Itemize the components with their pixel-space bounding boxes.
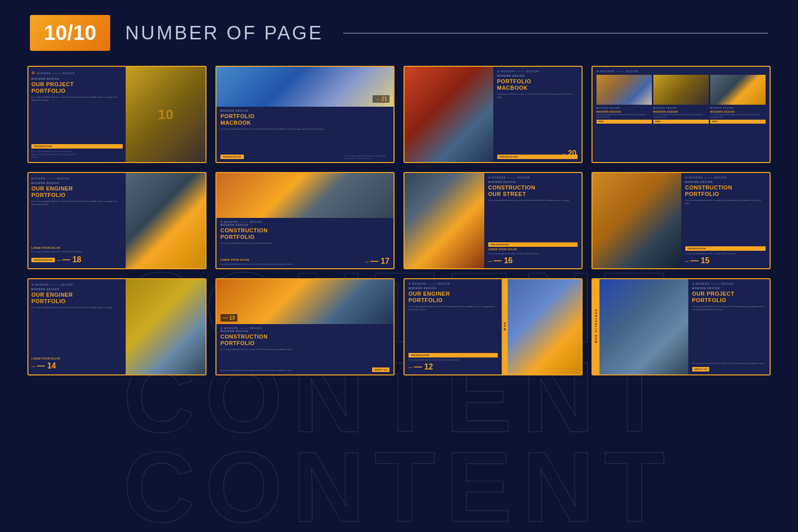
slide-7-lorem: LOREM IPSUM DOLOR: [488, 248, 578, 251]
slides-grid: MODERN ——— DESIGN MODERN DESIGN OUR PROJ…: [0, 61, 798, 385]
slide-12-small: It is a long established fact that a rea…: [692, 362, 766, 365]
watermark-line-3: CONTENT: [0, 442, 798, 532]
slide-12-tag1[interactable]: ABOUT US: [692, 367, 710, 371]
slide-5-tag: PRESENTATION: [31, 258, 55, 262]
slide-12[interactable]: PORTFOLIO NOW ⚙ MODERN ——— DESIGN MODERN…: [592, 278, 771, 375]
slide-1-title: OUR PROJECTPORTFOLIO: [31, 81, 123, 94]
slide-6-category: MODERN DESIGN: [220, 223, 390, 226]
slide-7-category: MODERN DESIGN: [488, 180, 578, 183]
slide-6-number: — 17: [365, 257, 390, 266]
slide-5-number: — 18: [57, 255, 81, 264]
slide-11-body: It is a long established fact that a rea…: [408, 305, 498, 311]
slide-1-tag: PRESENTATION: [31, 144, 123, 149]
slide-4-desc-1: It is a long established fact that a rea…: [597, 114, 652, 118]
slide-9-category: MODERN DESIGN: [31, 288, 123, 291]
slide-2-title: PORTFOLIOMACBOOK: [220, 113, 390, 126]
slide-2-category: MODERN DESIGN: [220, 109, 390, 112]
slide-5-category: MODERN DESIGN: [31, 181, 123, 184]
slide-5-header: MODERN ——— DESIGN: [31, 177, 123, 180]
slide-7-small: It is a long established fact that a rea…: [488, 252, 578, 255]
slide-10-small: It is a long established fact that a rea…: [220, 369, 293, 372]
slide-6-small: It is a long established fact that a rea…: [220, 263, 293, 266]
slide-3-category: MODERN DESIGN: [497, 74, 578, 77]
slide-3-header: ⚙MODERN ——— DESIGN: [497, 70, 578, 73]
slide-10-category: MODERN DESIGN: [220, 330, 390, 333]
slide-10-tag[interactable]: ABOUT US: [372, 367, 390, 372]
header-title: NUMBER OF PAGE: [125, 22, 323, 44]
slide-2[interactable]: → 21 MODERN DESIGN PORTFOLIOMACBOOK It i…: [215, 66, 395, 163]
header-divider: [343, 33, 768, 33]
slide-4-title-2: MODERN DESIGN: [653, 110, 709, 113]
header: 10/10 NUMBER OF PAGE: [0, 0, 798, 61]
slide-7[interactable]: ⚙ MODERN ——— DESIGN MODERN DESIGN CONSTR…: [403, 172, 583, 269]
slide-11[interactable]: ⚙ MODERN ——— DESIGN MODERN DESIGN OUR EN…: [403, 278, 583, 375]
slide-6[interactable]: ⚙ MODERN ——— DESIGN MODERN DESIGN CONSTR…: [215, 172, 395, 269]
slide-3-body: It is a long established fact that a rea…: [497, 93, 578, 98]
slide-9-title: OUR ENGINERPORTFOLIO: [31, 292, 123, 305]
slide-11-header: ⚙ MODERN ——— DESIGN: [408, 282, 498, 285]
slide-1[interactable]: MODERN ——— DESIGN MODERN DESIGN OUR PROJ…: [27, 66, 206, 163]
slide-4-desc-2: It is a long established fact that a rea…: [653, 114, 709, 118]
slide-8-number: — 15: [685, 256, 766, 265]
slide-5[interactable]: MODERN ——— DESIGN MODERN DESIGN OUR ENGI…: [27, 172, 206, 269]
slide-1-body: It is a long established fact that a rea…: [31, 96, 123, 101]
slide-7-body: It is a long established fact that a rea…: [488, 199, 578, 202]
slide-9[interactable]: ⚙ MODERN ——— DESIGN MODERN DESIGN OUR EN…: [27, 278, 206, 375]
slide-2-tag: PRESENTATION: [220, 155, 244, 159]
slide-4-title-1: MODERN DESIGN: [597, 110, 652, 113]
slide-4-title-3: MODERN DESIGN: [710, 110, 766, 113]
slide-10[interactable]: — 13 ⚙ MODERN ——— DESIGN MODERN DESIGN C…: [215, 278, 395, 375]
slide-10-body: It is a long established fact that a rea…: [220, 348, 390, 351]
slide-9-lorem: LOREM IPSUM DOLOR: [31, 357, 123, 360]
slide-7-tag: PRESENTATION: [488, 242, 578, 247]
slide-7-header: ⚙ MODERN ——— DESIGN: [488, 176, 578, 179]
slide-7-title: CONSTRUCTIONOUR STREET: [488, 184, 578, 197]
slide-4-cat-3: MODERN DESIGN: [710, 107, 766, 109]
slide-9-number: — 14: [31, 361, 56, 370]
slide-2-small: It is a long established fact that a rea…: [345, 155, 390, 160]
slide-12-body: It is a long established fact that a rea…: [692, 305, 766, 311]
slide-9-body: It is a long established fact that a rea…: [31, 306, 123, 309]
slide-5-body: It is a long established fact that a rea…: [31, 200, 123, 205]
slide-7-number: — 16: [488, 256, 578, 265]
slide-12-category: MODERN DESIGN: [692, 287, 766, 290]
slide-6-lorem: LOREM IPSUM DOLOR: [220, 259, 293, 261]
slide-9-header: ⚙ MODERN ——— DESIGN: [31, 283, 123, 286]
slide-11-title: OUR ENGINERPORTFOLIO: [408, 291, 498, 304]
slide-5-bottom-text: It is a long established fact that a rea…: [31, 250, 123, 253]
slide-8-category: MODERN DESIGN: [685, 180, 766, 183]
slide-1-small: It is a long established fact that a rea…: [31, 150, 76, 158]
slide-8-body: It is a long established fact that a rea…: [685, 199, 766, 204]
slide-4-cat-2: MODERN DESIGN: [653, 107, 709, 109]
slide-10-title: CONSTRUCTIONPORTFOLIO: [220, 334, 390, 347]
slide-8[interactable]: ⚙ MODERN ——— DESIGN MODERN DESIGN CONSTR…: [592, 172, 771, 269]
slide-4-header: ⚙MODERN ——— DESIGN: [597, 70, 766, 73]
slide-3-title: PORTFOLIOMACBOOK: [497, 78, 578, 91]
slide-5-lorem: LOREM IPSUM DOLOR: [31, 247, 123, 249]
slide-4-btn-1[interactable]: MORE →: [597, 120, 652, 124]
slide-4-cat-1: MODERN DESIGN: [597, 107, 652, 109]
slide-5-title: OUR ENGINERPORTFOLIO: [31, 185, 123, 198]
slide-1-category: MODERN DESIGN: [31, 77, 123, 80]
slide-3[interactable]: ⚙MODERN ——— DESIGN MODERN DESIGN PORTFOL…: [403, 66, 583, 163]
page-badge: 10/10: [30, 15, 110, 51]
slide-4-btn-3[interactable]: MORE →: [710, 120, 766, 124]
slide-11-category: MODERN DESIGN: [408, 287, 498, 290]
slide-11-number: — 12: [408, 362, 498, 371]
slide-8-header: ⚙ MODERN ——— DESIGN: [685, 176, 766, 179]
slide-12-title: OUR PROJECTPORTFOLIO: [692, 291, 766, 304]
slide-4[interactable]: ⚙MODERN ——— DESIGN MODERN DESIGN MODERN …: [592, 66, 771, 163]
slide-1-gear: MODERN ——— DESIGN: [31, 71, 123, 75]
slide-11-tag: PRESENTATION: [408, 353, 498, 357]
slide-6-body: It is a long established fact that a rea…: [220, 242, 390, 245]
slide-12-header: ⚙ MODERN ——— DESIGN: [692, 282, 766, 285]
slide-11-small: It is a long established fact that a rea…: [408, 358, 498, 361]
slide-6-title: CONSTRUCTIONPORTFOLIO: [220, 227, 390, 240]
slide-4-btn-2[interactable]: MORE →: [653, 120, 709, 124]
slide-8-title: CONSTRUCTIONPORTFOLIO: [685, 184, 766, 197]
slide-8-tag: PRESENTATION: [685, 246, 766, 251]
slide-8-small: It is a long established fact that a rea…: [685, 252, 766, 255]
slide-2-body: It is a long established fact that a rea…: [220, 128, 390, 131]
slide-3-number: 20: [562, 149, 577, 158]
slide-4-desc-3: It is a long established fact that a rea…: [710, 114, 766, 118]
